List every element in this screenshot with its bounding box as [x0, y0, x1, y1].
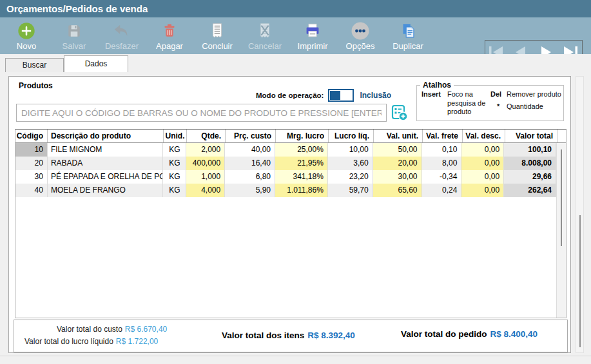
cell: 0,24: [422, 184, 462, 197]
cell: 2,000: [186, 143, 225, 157]
toolbar-button-label: Cancelar: [248, 41, 282, 52]
column-header[interactable]: Unid.: [164, 129, 187, 142]
total-items-label: Valor total dos itens: [222, 330, 304, 340]
column-header[interactable]: Valor total: [505, 129, 557, 142]
add-product-icon: [391, 104, 409, 122]
toolbar-button-desfazer[interactable]: Desfazer: [98, 17, 146, 54]
undo-icon: [112, 20, 131, 41]
app-window: Orçamentos/Pedidos de venda Novo Salvar …: [0, 0, 591, 364]
cell: 10: [15, 143, 48, 157]
complete-icon: [208, 20, 227, 41]
toolbar-button-imprimir[interactable]: Imprimir: [289, 17, 336, 54]
options-icon: [350, 20, 371, 41]
operation-mode-value: Inclusão: [360, 91, 391, 100]
cell: PÉ EPAPADA E ORELHA DE PORCC: [48, 170, 164, 184]
cell: 10,00: [328, 143, 373, 157]
column-header[interactable]: Val. frete: [423, 129, 463, 142]
operation-mode-toggle[interactable]: [328, 89, 354, 102]
delete-icon: [160, 20, 179, 41]
total-order-value: R$ 8.400,40: [490, 329, 538, 339]
toolbar-button-duplicar[interactable]: Duplicar: [384, 17, 432, 54]
toolbar-button-salvar[interactable]: Salvar: [50, 17, 98, 54]
cell: -0,34: [422, 170, 462, 184]
total-cost-value: R$ 6.670,40: [125, 325, 167, 334]
toolbar-button-label: Duplicar: [392, 41, 423, 52]
cell: 30: [15, 170, 48, 184]
products-label: Produtos: [19, 81, 53, 90]
toolbar-button-label: Opções: [346, 41, 375, 52]
toolbar: Novo Salvar Desfazer Apagar Concluir: [0, 17, 591, 54]
column-header[interactable]: Val. desc.: [463, 129, 505, 142]
total-profit-label: Valor total do lucro líquido: [24, 337, 113, 346]
new-icon: [17, 20, 36, 41]
column-header[interactable]: Qtde.: [187, 129, 226, 142]
total-order-line: Valor total do pedidoR$ 8.400,40: [401, 329, 538, 339]
toolbar-button-label: Concluir: [202, 41, 233, 52]
products-panel: Produtos Modo de operação: Inclusão Atal…: [8, 76, 571, 353]
total-cost-label: Valor total do custo: [57, 325, 122, 334]
table-header: CódigoDescrição do produtoUnid.Qtde.Prç.…: [15, 129, 566, 143]
column-header[interactable]: Descrição do produto: [48, 129, 164, 142]
total-order-label: Valor total do pedido: [401, 329, 487, 339]
shortcuts-title: Atalhos: [420, 81, 454, 90]
column-header[interactable]: Val. unit.: [374, 129, 423, 142]
column-header[interactable]: Prç. custo: [226, 129, 276, 142]
shortcut-desc: Quantidade: [507, 102, 543, 111]
toolbar-button-label: Salvar: [63, 41, 86, 52]
cancel-icon: [255, 20, 275, 41]
shortcut-desc: Foco na pesquisa de produto: [447, 90, 486, 117]
cell: 100,10: [504, 143, 556, 157]
add-product-button[interactable]: [391, 104, 409, 122]
column-header[interactable]: Código: [15, 129, 48, 142]
table-row[interactable]: 10FILE MIGNOMKG2,00040,0025,00%10,0050,0…: [15, 143, 556, 157]
cell: 65,60: [373, 184, 422, 197]
toolbar-button-novo[interactable]: Novo: [3, 17, 50, 54]
cell: 5,90: [225, 184, 275, 197]
total-cost-line: Valor total do custoR$ 6.670,40: [57, 325, 167, 334]
cell: 25,00%: [275, 143, 328, 157]
cell: 50,00: [373, 143, 422, 157]
cell: KG: [163, 157, 186, 170]
toolbar-button-opcoes[interactable]: Opções: [336, 17, 384, 54]
column-header[interactable]: Lucro líq.: [329, 129, 374, 142]
cell: 6,80: [225, 170, 275, 184]
total-profit-line: Valor total do lucro líquidoR$ 1.722,00: [24, 337, 158, 346]
cell: MOELA DE FRANGO: [48, 184, 164, 197]
save-icon: [65, 20, 83, 41]
bottom-divider: [0, 356, 591, 356]
table-scrollbar[interactable]: [556, 143, 566, 318]
toolbar-button-label: Novo: [17, 41, 36, 52]
shortcut-key: Insert: [421, 90, 441, 99]
window-title: Orçamentos/Pedidos de venda: [0, 0, 591, 17]
cell: 400,000: [186, 157, 225, 170]
total-items-line: Valor total dos itensR$ 8.392,40: [222, 330, 355, 340]
cell: 16,40: [225, 157, 275, 170]
column-header[interactable]: Mrg. lucro: [276, 129, 329, 142]
shortcuts-box: Atalhos Insert Foco na pesquisa de produ…: [416, 85, 564, 121]
total-profit-value: R$ 1.722,00: [116, 337, 158, 346]
toolbar-button-concluir[interactable]: Concluir: [193, 17, 241, 54]
table-row[interactable]: 30PÉ EPAPADA E ORELHA DE PORCCKG1,0006,8…: [15, 170, 556, 184]
tab-buscar[interactable]: Buscar: [5, 58, 64, 72]
cell: 21,95%: [275, 157, 328, 170]
toolbar-button-label: Imprimir: [298, 41, 328, 52]
page-scrollbar[interactable]: [576, 76, 584, 353]
table-scrollbar-thumb[interactable]: [561, 149, 562, 246]
cell: 341,18%: [275, 170, 328, 184]
tab-strip: Buscar Dados: [0, 54, 591, 72]
toolbar-button-label: Apagar: [156, 41, 183, 52]
cell: 1.011,86%: [275, 184, 328, 197]
duplicate-icon: [398, 20, 418, 41]
cell: KG: [163, 170, 186, 184]
cell: 8,00: [422, 157, 462, 170]
operation-mode-label: Modo de operação:: [256, 91, 324, 99]
table-row[interactable]: 20RABADAKG400,00016,4021,95%3,6020,008,0…: [15, 157, 556, 170]
toolbar-button-apagar[interactable]: Apagar: [146, 17, 193, 54]
toolbar-button-cancelar[interactable]: Cancelar: [241, 17, 289, 54]
cell: 23,20: [328, 170, 373, 184]
page-scrollbar-thumb[interactable]: [579, 215, 581, 347]
product-search-input[interactable]: [16, 104, 387, 122]
table-row[interactable]: 40MOELA DE FRANGOKG4,0005,901.011,86%59,…: [15, 184, 556, 197]
tab-dados[interactable]: Dados: [64, 55, 128, 72]
cell: 4,000: [186, 184, 225, 197]
